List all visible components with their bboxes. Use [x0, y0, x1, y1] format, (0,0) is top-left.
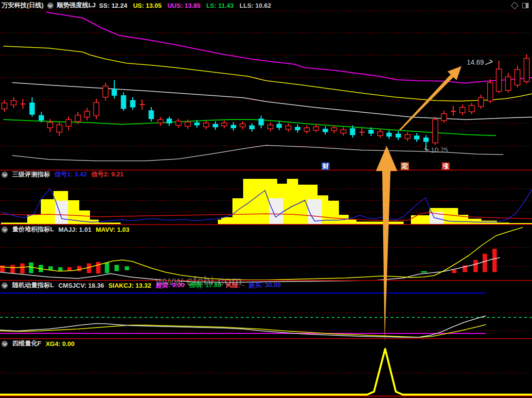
- candle-down: [387, 133, 392, 137]
- indicator-text: MAJJ: 1.01: [58, 226, 91, 233]
- cmsjcv-line: [0, 316, 486, 337]
- candle-up: [515, 69, 520, 85]
- candle-up: [405, 135, 410, 138]
- indicator-text: 三级评测指标: [12, 170, 50, 179]
- title-field: US: 13.05: [133, 2, 162, 9]
- candle-up: [506, 77, 511, 90]
- volume-bar-green: [58, 267, 63, 271]
- candle-up: [158, 120, 163, 123]
- volume-bar-red: [474, 260, 478, 272]
- candle-up: [11, 101, 17, 105]
- candle-up: [103, 86, 108, 97]
- title-bar: 万安科技(日线) 顺势强度线LJ SS: 12.24US: 13.05UUS: …: [0, 0, 532, 11]
- histogram-bar-yellow: [349, 220, 356, 224]
- xg4-spike-line: [0, 349, 532, 395]
- collapse-icon[interactable]: [1, 282, 8, 289]
- histogram-bar-yellow: [411, 215, 429, 224]
- candle-up: [85, 111, 90, 117]
- candle-up: [332, 128, 337, 131]
- candle-up: [222, 123, 227, 126]
- candle-down: [369, 130, 374, 134]
- candle-up: [75, 115, 81, 121]
- dropdown-icon[interactable]: [47, 2, 53, 9]
- title-field: LS: 11.43: [206, 2, 233, 9]
- histogram-bar-yellow: [221, 217, 232, 224]
- candle-up: [240, 124, 246, 127]
- candle-down: [396, 134, 401, 138]
- candle-down: [213, 124, 218, 127]
- watermark: www.cfchi.com: [156, 274, 242, 288]
- candle-down: [112, 89, 117, 96]
- histogram-bar-yellow: [27, 215, 41, 224]
- candle-down: [424, 138, 429, 142]
- title-field: UUS: 13.85: [167, 2, 200, 9]
- panel-liangjia-header: 量价堆积指标LMAJJ: 1.01MAVV: 1.03: [0, 225, 129, 233]
- volume-bar-red: [20, 263, 25, 274]
- histogram-bar-yellow: [328, 201, 339, 224]
- candle-down: [149, 110, 154, 119]
- diamond-icon[interactable]: [511, 1, 519, 9]
- histogram-bar-white: [269, 198, 283, 224]
- histogram-bar-yellow: [232, 198, 243, 224]
- candle-up: [488, 83, 493, 101]
- low-price-label: 10.75: [431, 146, 448, 154]
- indicator-text: 超买: 30.00: [248, 281, 281, 290]
- candle-down: [277, 124, 282, 128]
- volume-bar-green: [29, 262, 34, 273]
- indicator-text: MAVV: 1.03: [96, 226, 129, 233]
- title-fields: SS: 12.24US: 13.05UUS: 13.85LS: 11.43LLS…: [99, 2, 277, 9]
- indicator-text: XG4: 0.00: [46, 340, 74, 347]
- candle-up: [94, 103, 99, 116]
- indicator-text: CMSJCV: 18.36: [58, 282, 104, 289]
- collapse-icon[interactable]: [1, 226, 8, 233]
- candle-down: [167, 119, 172, 123]
- collapse-icon[interactable]: [1, 341, 8, 347]
- title-right-icons: [512, 3, 532, 8]
- histogram-bar-yellow: [468, 219, 481, 224]
- candle-up: [304, 128, 310, 131]
- volume-bar-green: [105, 262, 109, 273]
- candle-down: [350, 128, 355, 135]
- volume-bar-red: [77, 266, 82, 271]
- panel-sanji-header: 三级评测指标信号1: 3.42信号2: 9.21: [0, 171, 124, 178]
- candle-up: [48, 122, 53, 128]
- candle-up: [204, 123, 209, 127]
- indicator-text: 信号1: 3.42: [54, 170, 87, 179]
- candle-up: [57, 125, 62, 132]
- volume-bar-red: [11, 265, 15, 273]
- indicator-title: 顺势强度线LJ: [57, 1, 96, 10]
- candle-up: [442, 114, 447, 121]
- collapse-icon[interactable]: [1, 172, 8, 178]
- candle-up: [341, 130, 346, 133]
- siakcj-line: [0, 325, 486, 337]
- high-price-label: 14.69: [467, 58, 484, 66]
- chart-canvas[interactable]: [0, 0, 532, 398]
- candle-down: [121, 95, 126, 109]
- candle-down: [231, 125, 236, 128]
- candle-down: [295, 127, 301, 130]
- volume-bar-red: [493, 249, 497, 272]
- candle-up: [497, 69, 502, 91]
- volume-bar-red: [483, 254, 487, 272]
- candle-up: [460, 107, 465, 113]
- histogram-bar-yellow: [497, 223, 509, 224]
- stock-title: 万安科技(日线): [1, 1, 44, 10]
- histogram-bar-white: [308, 199, 322, 224]
- title-field: LLS: 10.62: [240, 2, 271, 9]
- candle-up: [66, 120, 71, 126]
- candle-up: [268, 125, 273, 129]
- diagonal-arrow-shaft: [399, 74, 454, 131]
- candle-up: [524, 58, 530, 82]
- volume-bar-red: [0, 265, 5, 272]
- up-arrow: [376, 146, 397, 343]
- volume-bar-red: [452, 270, 457, 273]
- candle-down: [30, 103, 35, 115]
- candle-up: [2, 103, 7, 109]
- window-icon[interactable]: [522, 3, 529, 8]
- app-window: 万安科技(日线) 顺势强度线LJ SS: 12.24US: 13.05UUS: …: [0, 0, 532, 398]
- histogram-bar-yellow: [287, 179, 298, 224]
- indicator-text: 量价堆积指标L: [12, 225, 54, 234]
- histogram-bar-yellow: [356, 222, 404, 224]
- histogram-bar-yellow: [41, 199, 53, 224]
- volume-bar-red: [87, 263, 91, 273]
